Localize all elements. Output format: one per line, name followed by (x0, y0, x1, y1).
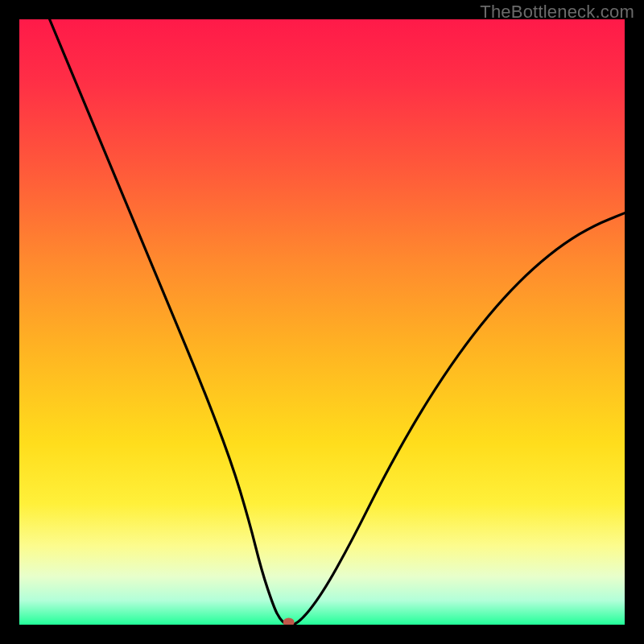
plot-area (19, 19, 625, 625)
gradient-background (19, 19, 625, 625)
bottleneck-chart (19, 19, 625, 625)
watermark-text: TheBottleneck.com (480, 2, 634, 23)
chart-frame: { "watermark": "TheBottleneck.com", "col… (0, 0, 644, 644)
